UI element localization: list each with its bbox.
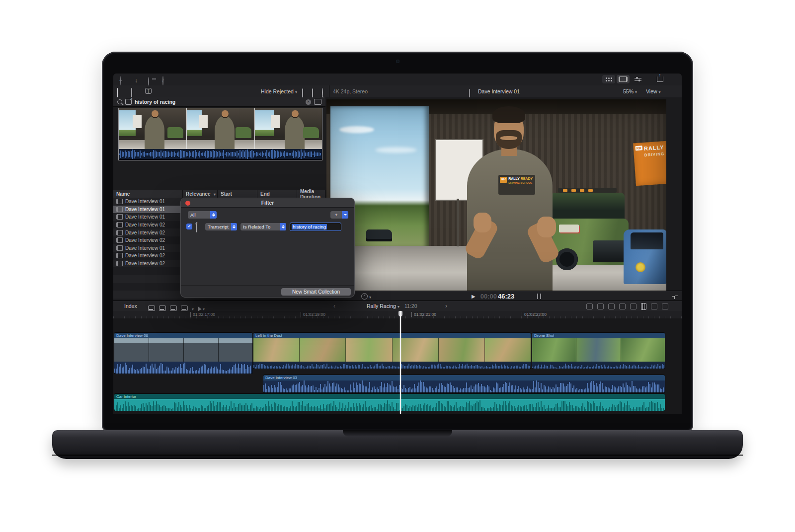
viewer-panel: RR RALLY DRIVING xyxy=(325,97,682,301)
timeline-tracks: Dave Interview 06 Left in the Dust xyxy=(113,318,682,414)
viewer-scrubber-marks[interactable] xyxy=(537,294,541,299)
zoom-level-dropdown[interactable]: 55% xyxy=(623,88,637,94)
transcript-icon xyxy=(196,224,197,232)
column-relevance[interactable]: Relevance xyxy=(183,190,218,198)
check-circle-icon[interactable] xyxy=(162,76,163,85)
zoom-icon[interactable] xyxy=(608,304,615,309)
retime-icon xyxy=(361,293,368,300)
viewer-control-bar: ▶ 00:00 46:23 xyxy=(325,291,682,301)
search-icon xyxy=(117,99,122,104)
timeline-ruler[interactable]: 01:02:17:00 01:02:19:00 01:02:21:00 01:0… xyxy=(113,311,682,319)
column-duration[interactable]: Media Duration xyxy=(297,190,325,198)
adjust-button[interactable] xyxy=(632,75,644,83)
timeline-clip-left-in-the-dust[interactable]: Left in the Dust xyxy=(253,333,531,369)
timecode: 46:23 xyxy=(498,293,514,300)
snapping-icon[interactable] xyxy=(619,304,626,309)
ruler-label: 01:02:19:00 xyxy=(301,312,325,317)
film-icon xyxy=(116,207,123,212)
film-icon xyxy=(116,253,123,258)
timeline-clip-car-interior[interactable]: Car Interior xyxy=(114,394,665,411)
filmstrip-icon xyxy=(619,76,628,82)
append-clip-icon[interactable] xyxy=(170,305,177,311)
browser-view-grid-button[interactable] xyxy=(602,75,615,83)
rule-enabled-checkbox[interactable] xyxy=(186,224,192,229)
chevron-down-icon xyxy=(635,88,637,94)
hide-rejected-dropdown[interactable]: Hide Rejected xyxy=(261,88,297,94)
rule-type-popup[interactable]: Transcript xyxy=(205,223,237,230)
selected-clip-filmstrip[interactable] xyxy=(118,108,322,160)
clip-height-icon[interactable] xyxy=(302,89,303,98)
clip-appearance-icon[interactable] xyxy=(651,304,657,309)
timeline-toolbar: Index ‹ Rally Racing 11:20 › xyxy=(113,301,682,311)
search-icon[interactable] xyxy=(322,88,323,97)
column-start[interactable]: Start xyxy=(218,190,257,198)
clip-waveform xyxy=(532,362,665,369)
clip-waveform xyxy=(114,399,665,411)
sidebar-libraries-icon[interactable] xyxy=(117,88,118,97)
sliders-icon xyxy=(635,77,641,82)
filter-scope-popup[interactable]: All xyxy=(188,211,217,219)
trim-icon[interactable] xyxy=(586,304,593,309)
overwrite-clip-icon[interactable] xyxy=(181,305,188,311)
play-button[interactable]: ▶ xyxy=(472,294,476,299)
share-button[interactable] xyxy=(654,74,666,82)
retime-menu[interactable] xyxy=(361,292,371,301)
search-value: history of racing xyxy=(135,99,175,105)
film-icon xyxy=(116,222,123,228)
list-header[interactable]: Name Relevance Start End Media Duration xyxy=(113,190,325,198)
clear-search-icon[interactable] xyxy=(306,99,311,105)
format-info-label: 4K 24p, Stereo xyxy=(333,88,368,94)
dialog-titlebar[interactable]: Filter xyxy=(181,198,354,208)
new-smart-collection-button[interactable]: New Smart Collection xyxy=(281,288,351,296)
webcam xyxy=(396,60,399,63)
add-rule-button[interactable]: + xyxy=(330,211,348,219)
skimming-icon[interactable] xyxy=(630,304,636,309)
clip-waveform xyxy=(114,362,252,374)
playhead[interactable] xyxy=(398,311,402,414)
laptop-base-lip xyxy=(52,455,743,456)
popup-stepper-icon xyxy=(210,211,217,219)
clip-appearance-icon[interactable] xyxy=(312,89,313,98)
import-media-icon[interactable] xyxy=(120,76,121,85)
browser-search-field[interactable]: history of racing xyxy=(113,97,325,107)
transcript-icon xyxy=(125,99,132,105)
previous-project-arrow[interactable]: ‹ xyxy=(333,303,335,309)
position-icon[interactable] xyxy=(597,304,604,309)
browser-view-filmstrip-button[interactable] xyxy=(617,75,630,83)
clip-filmstrip xyxy=(253,338,531,362)
dialog-title: Filter xyxy=(261,200,274,206)
audio-meters-icon[interactable] xyxy=(641,303,646,310)
ruler-label: 01:02:21:00 xyxy=(411,312,436,317)
clip-waveform xyxy=(263,380,665,392)
chevron-down-icon xyxy=(398,303,399,309)
project-name-dropdown[interactable]: Rally Racing xyxy=(367,303,399,309)
column-end[interactable]: End xyxy=(257,190,297,198)
rule-value-field[interactable]: history of racing xyxy=(290,223,341,231)
timeline-clip-dave-interview-06[interactable]: Dave Interview 06 xyxy=(114,333,252,374)
timeline-clip-dave-interview-03[interactable]: Dave Interview 03 xyxy=(263,375,665,392)
insert-clip-icon[interactable] xyxy=(159,305,166,311)
index-button[interactable]: Index xyxy=(124,303,137,309)
next-project-arrow[interactable]: › xyxy=(445,303,447,309)
main-toolbar: T Hide Rejected 4K 24p, Stereo Dave Inte… xyxy=(113,85,682,98)
view-dropdown[interactable]: View xyxy=(646,88,661,94)
close-button[interactable] xyxy=(185,201,190,206)
connect-clip-icon[interactable] xyxy=(148,305,155,311)
timeline-clip-drone-shot[interactable]: Drone Shot xyxy=(532,333,665,369)
laptop-base xyxy=(52,430,743,459)
film-icon xyxy=(116,261,123,266)
filmstrip-appearance-icon[interactable] xyxy=(314,99,321,105)
playhead-line xyxy=(400,311,401,414)
timeline-settings-icon[interactable] xyxy=(662,304,668,309)
film-icon xyxy=(116,230,123,235)
download-icon[interactable]: ↓ xyxy=(135,76,138,84)
project-duration: 11:20 xyxy=(404,303,417,309)
column-name[interactable]: Name xyxy=(113,190,183,198)
sidebar-photos-audio-icon[interactable] xyxy=(131,88,132,97)
sidebar-titles-icon[interactable]: T xyxy=(145,88,152,94)
film-icon xyxy=(116,237,123,243)
popup-stepper-icon xyxy=(280,223,286,230)
timecode-prefix: 00:00 xyxy=(480,293,497,300)
rule-condition-popup[interactable]: Is Related To xyxy=(240,223,286,230)
chevron-down-icon xyxy=(369,292,371,301)
